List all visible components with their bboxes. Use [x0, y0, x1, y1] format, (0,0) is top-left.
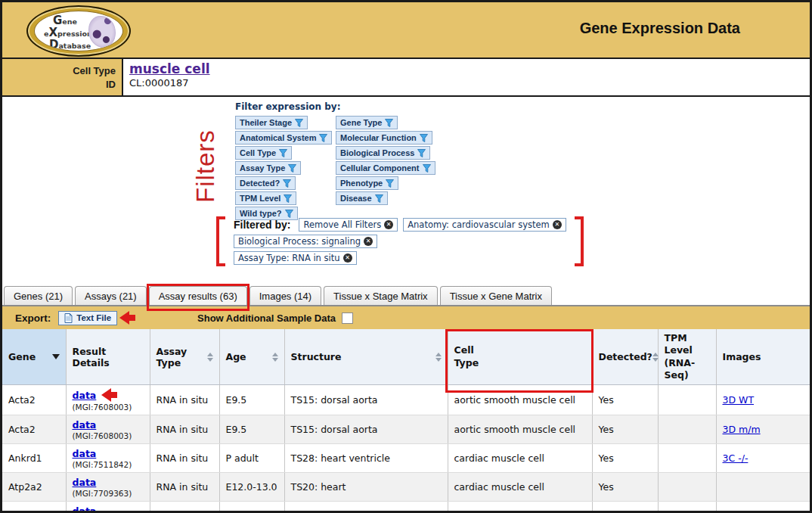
tpm-cell — [658, 502, 716, 513]
images-cell — [716, 473, 810, 502]
filter-button-disease[interactable]: Disease — [336, 191, 388, 205]
sort-both-icon — [435, 353, 442, 362]
chip-remove-all-filters[interactable]: Remove All Filters✕ — [299, 218, 398, 232]
chip-biological-process-signaling[interactable]: Biological Process: signaling✕ — [234, 235, 377, 248]
remove-filter-icon[interactable]: ✕ — [343, 253, 352, 263]
images-cell: 3D WT — [716, 385, 810, 415]
image-link[interactable]: 3D WT — [723, 394, 755, 406]
table-row: Acta2 data (MGI:7608003) RNA in situ E9.… — [2, 385, 810, 415]
arrow-head — [119, 311, 129, 325]
sort-both-icon — [652, 353, 659, 362]
gxd-logo-inner: Gene eXpression Database — [34, 11, 123, 51]
result-data-link[interactable]: data — [73, 477, 97, 488]
funnel-icon — [283, 179, 291, 188]
images-cell: 3D m/m — [716, 415, 810, 444]
filter-button-anatomical-system[interactable]: Anatomical System — [235, 131, 332, 145]
filter-button-phenotype[interactable]: Phenotype — [336, 176, 398, 190]
tab-assays[interactable]: Assays (21) — [75, 286, 147, 305]
funnel-icon — [319, 134, 327, 142]
tpm-cell — [658, 444, 716, 473]
column-header-structure[interactable]: Structure — [284, 329, 448, 385]
column-header-age[interactable]: Age — [219, 329, 284, 385]
show-additional-sample-data-checkbox[interactable] — [342, 312, 353, 324]
result-details-cell: data (MGI:7608003) — [66, 415, 150, 444]
assay-type-cell: RNA in situ — [150, 444, 219, 473]
gene-cell: Acta2 — [2, 415, 66, 444]
image-link[interactable]: 3C -/- — [723, 452, 748, 464]
age-cell: E9.5 — [219, 415, 284, 444]
gene-cell: Atp2a2 — [2, 473, 66, 502]
mouse-embryo-image — [88, 16, 116, 48]
age-cell: P adult — [219, 444, 284, 473]
mgi-id: (MGI:7608003) — [73, 403, 144, 412]
column-header-assay-type[interactable]: Assay Type — [150, 329, 219, 385]
tab-assay-results[interactable]: Assay results (63) — [149, 286, 247, 305]
tab-tissue-stage-matrix[interactable]: Tissue x Stage Matrix — [324, 286, 438, 305]
app-header: Gene eXpression Database Gene Expression… — [2, 2, 810, 59]
filtered-by-content: Filtered by: Remove All Filters✕ Anatomy… — [231, 216, 569, 266]
age-cell: E12.0-13.0 — [219, 473, 284, 502]
detected-cell: Yes — [592, 415, 658, 444]
filter-column-1: Theiler Stage Anatomical System Cell Typ… — [235, 116, 336, 220]
cell-type-cell: cardiac muscle cell — [448, 502, 592, 513]
sort-both-icon — [272, 353, 278, 362]
cell-type-term-link[interactable]: muscle cell — [129, 61, 210, 76]
export-label: Export: — [15, 312, 51, 324]
images-cell: 3C -/- — [716, 444, 810, 473]
column-header-detected[interactable]: Detected? — [592, 329, 658, 385]
page: { "header": { "title": "Gene Expression … — [0, 0, 812, 513]
assay-type-cell: RNA in situ — [150, 502, 219, 513]
image-link[interactable]: 3D m/m — [723, 424, 761, 435]
tab-images[interactable]: Images (14) — [249, 286, 321, 305]
structure-cell: TS20: heart — [284, 502, 448, 513]
table-header-row: Gene Result Details Assay Type Age Struc… — [2, 329, 810, 385]
gene-cell: Atp2a2 — [2, 502, 66, 513]
filtered-by-label: Filtered by: — [234, 219, 290, 231]
filter-button-biological-process[interactable]: Biological Process — [336, 146, 430, 160]
column-header-gene[interactable]: Gene — [2, 329, 66, 385]
remove-filter-icon[interactable]: ✕ — [384, 220, 393, 229]
cell-type-label: Cell Type — [73, 65, 116, 76]
detected-cell: Yes — [592, 444, 658, 473]
filtered-by-block: Filtered by: Remove All Filters✕ Anatomy… — [216, 216, 584, 266]
result-data-link[interactable]: data — [73, 390, 97, 401]
result-data-link[interactable]: data — [73, 419, 97, 431]
filter-button-cell-type[interactable]: Cell Type — [235, 146, 292, 160]
tab-genes[interactable]: Genes (21) — [4, 286, 73, 305]
result-details-cell: data (MGI:7709363) — [66, 502, 150, 513]
filter-button-gene-type[interactable]: Gene Type — [336, 116, 398, 129]
filter-button-assay-type[interactable]: Assay Type — [235, 161, 301, 175]
gene-cell: Ankrd1 — [2, 444, 66, 473]
funnel-icon — [385, 119, 393, 127]
mgi-id: (MGI:7511842) — [73, 460, 144, 469]
remove-filter-icon[interactable]: ✕ — [364, 237, 373, 246]
filter-button-detected[interactable]: Detected? — [235, 176, 296, 190]
result-details-cell: data (MGI:7511842) — [66, 444, 150, 473]
result-data-link[interactable]: data — [73, 505, 97, 513]
filter-button-cellular-component[interactable]: Cellular Component — [336, 161, 435, 175]
funnel-icon — [288, 164, 296, 173]
export-text-file-button[interactable]: Text File — [58, 311, 117, 325]
table-row: Acta2 data (MGI:7608003) RNA in situ E9.… — [2, 415, 810, 444]
filter-panel: Filter expression by: Theiler Stage Anat… — [235, 101, 435, 220]
export-toolbar: Export: Text File Show Additional Sample… — [2, 305, 810, 329]
cell-type-id-value: CL:0000187 — [129, 77, 810, 89]
chip-anatomy-cardiovascular-system[interactable]: Anatomy: cardiovascular system✕ — [403, 218, 566, 232]
filters-section: Filters Filter expression by: Theiler St… — [2, 97, 810, 284]
chip-assay-type-rna-in-situ[interactable]: Assay Type: RNA in situ✕ — [234, 251, 357, 265]
remove-filter-icon[interactable]: ✕ — [553, 220, 562, 229]
filter-button-theiler-stage[interactable]: Theiler Stage — [235, 116, 308, 129]
filter-button-molecular-function[interactable]: Molecular Function — [336, 131, 432, 145]
annotation-arrow-export — [119, 311, 135, 325]
banner-label-column: Cell Type ID — [2, 59, 123, 95]
gxd-logo[interactable]: Gene eXpression Database — [26, 5, 131, 57]
column-header-result-details: Result Details — [66, 329, 150, 385]
filter-button-tpm-level[interactable]: TPM Level — [235, 191, 296, 205]
structure-cell: TS20: heart — [284, 473, 448, 502]
tab-tissue-gene-matrix[interactable]: Tissue x Gene Matrix — [440, 286, 552, 305]
result-data-link[interactable]: data — [73, 448, 97, 459]
age-cell: E9.5 — [219, 385, 284, 415]
age-cell: E12.0-13.0 — [219, 502, 284, 513]
result-details-cell: data (MGI:7709363) — [66, 473, 150, 502]
column-header-cell-type: Cell Type — [448, 329, 592, 385]
